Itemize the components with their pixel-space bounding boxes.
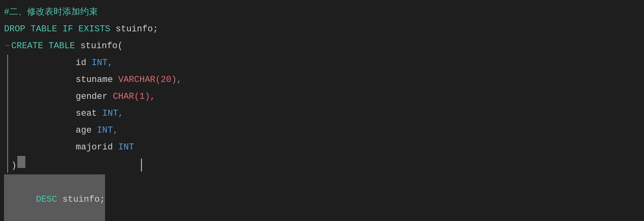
kw-drop: DROP TABLE IF EXISTS (4, 21, 116, 38)
code-editor[interactable]: #二、修改表时添加约束 DROP TABLE IF EXISTS stuinfo… (4, 4, 644, 217)
fold-icon-container[interactable]: − (6, 38, 10, 55)
line-col-id: id INT, (11, 55, 644, 72)
col-stuname-name: stuname (76, 72, 118, 88)
line-col-age: age INT, (11, 122, 644, 139)
cursor-block (17, 156, 25, 168)
col-gender-name: gender (76, 88, 113, 105)
col-stuname-type: VARCHAR(20), (118, 72, 182, 88)
col-seat-name: seat (76, 105, 102, 122)
table-name-drop: stuinfo; (116, 21, 158, 38)
desc-selected: DESC stuinfo; (4, 174, 105, 221)
fold-minus-icon[interactable]: − (6, 38, 10, 55)
text-cursor-ibeam: │ (138, 157, 145, 174)
close-paren: ) (11, 158, 17, 174)
col-id-type: INT, (92, 55, 113, 72)
line-col-stuname: stuname VARCHAR(20), (11, 72, 644, 88)
line-drop-table: DROP TABLE IF EXISTS stuinfo; (4, 21, 644, 38)
col-gender-type: CHAR(1), (113, 88, 155, 105)
line-col-majorid: majorid INT (11, 139, 644, 156)
line-col-gender: gender CHAR(1), (11, 88, 644, 105)
fold-gutter: − (4, 38, 11, 173)
line-create-table: CREATE TABLE stuinfo( (11, 38, 644, 55)
kw-create: CREATE TABLE (11, 38, 80, 55)
col-age-type: INT, (97, 122, 118, 139)
table-name-create: stuinfo( (80, 38, 123, 55)
line-col-seat: seat INT, (11, 105, 644, 122)
kw-desc: DESC (36, 194, 62, 205)
desc-table: stuinfo; (62, 194, 105, 205)
create-table-content: CREATE TABLE stuinfo( id INT, stuname VA… (11, 38, 644, 174)
line-desc: DESC stuinfo; (4, 174, 644, 221)
col-age-name: age (76, 122, 97, 139)
line-comment-1: #二、修改表时添加约束 (4, 4, 644, 21)
create-table-block: − CREATE TABLE stuinfo( id INT, stuname … (4, 38, 644, 174)
comment-text-1: #二、修改表时添加约束 (4, 4, 98, 21)
col-id-name: id (76, 55, 92, 72)
col-majorid-name: majorid (76, 139, 118, 156)
col-seat-type: INT, (102, 105, 124, 122)
col-majorid-type: INT (118, 139, 134, 156)
fold-vertical-line (7, 55, 8, 173)
line-close-paren: ) │ (11, 156, 644, 174)
